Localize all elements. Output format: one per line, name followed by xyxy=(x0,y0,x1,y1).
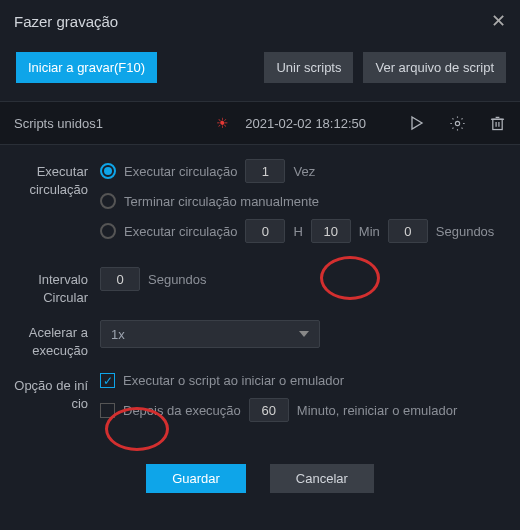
run-on-start-label: Executar o script ao iniciar o emulador xyxy=(123,373,344,388)
start-record-button[interactable]: Iniciar a gravar(F10) xyxy=(16,52,157,83)
script-timestamp: 2021-02-02 18:12:50 xyxy=(245,116,366,131)
save-button[interactable]: Guardar xyxy=(146,464,246,493)
close-icon[interactable]: ✕ xyxy=(491,10,506,32)
times-unit: Vez xyxy=(293,164,315,179)
accel-label: Acelerar a execução xyxy=(0,320,100,359)
exec-loop-label: Executar circulação xyxy=(0,159,100,198)
window-title: Fazer gravação xyxy=(14,13,118,30)
after-exec-checkbox[interactable] xyxy=(100,403,115,418)
after-exec-input[interactable] xyxy=(249,398,289,422)
accel-value: 1x xyxy=(111,327,125,342)
chevron-down-icon xyxy=(299,331,309,337)
hours-unit: H xyxy=(293,224,302,239)
after-exec-label: Depois da execução xyxy=(123,403,241,418)
settings-icon[interactable] xyxy=(448,114,466,132)
accel-select[interactable]: 1x xyxy=(100,320,320,348)
seconds-input[interactable] xyxy=(388,219,428,243)
view-script-file-button[interactable]: Ver arquivo de script xyxy=(363,52,506,83)
interval-unit: Segundos xyxy=(148,272,207,287)
play-icon[interactable] xyxy=(408,114,426,132)
interval-label: Intervalo Circular xyxy=(0,267,100,306)
duration-option-label: Executar circulação xyxy=(124,224,237,239)
loop-count-input[interactable] xyxy=(245,159,285,183)
run-on-start-checkbox[interactable] xyxy=(100,373,115,388)
merge-scripts-button[interactable]: Unir scripts xyxy=(264,52,353,83)
seconds-unit: Segundos xyxy=(436,224,495,239)
svg-marker-0 xyxy=(412,117,422,129)
minutes-unit: Min xyxy=(359,224,380,239)
manual-stop-option-label: Terminar circulação manualmente xyxy=(124,194,319,209)
start-option-label: Opção de iní cio xyxy=(0,373,100,412)
hours-input[interactable] xyxy=(245,219,285,243)
radio-manual-stop[interactable] xyxy=(100,193,116,209)
loop-count-option-label: Executar circulação xyxy=(124,164,237,179)
interval-input[interactable] xyxy=(100,267,140,291)
minutes-input[interactable] xyxy=(311,219,351,243)
svg-rect-2 xyxy=(492,119,501,129)
radio-duration[interactable] xyxy=(100,223,116,239)
radio-loop-count[interactable] xyxy=(100,163,116,179)
cancel-button[interactable]: Cancelar xyxy=(270,464,374,493)
delete-icon[interactable] xyxy=(488,114,506,132)
sun-icon: ☀ xyxy=(216,115,229,131)
svg-point-1 xyxy=(455,121,459,125)
script-name: Scripts unidos1 xyxy=(14,116,114,131)
after-exec-unit: Minuto, reiniciar o emulador xyxy=(297,403,457,418)
